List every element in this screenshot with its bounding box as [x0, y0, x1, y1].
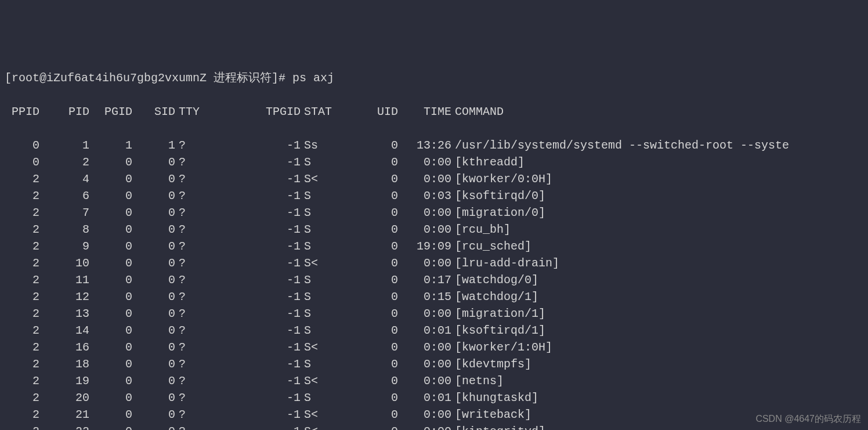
header-pgid: PGID: [89, 103, 132, 120]
cell-time: 0:00: [398, 373, 451, 389]
cell-time: 0:00: [398, 221, 451, 238]
table-row: 21100?-1S00:17[watchdog/0]: [5, 272, 863, 288]
cell-tty: ?: [175, 406, 203, 423]
cell-pid: 19: [39, 373, 89, 389]
cell-ppid: 2: [5, 356, 39, 373]
cell-ppid: 2: [5, 187, 39, 204]
cell-tty: ?: [175, 204, 203, 221]
cell-ppid: 2: [5, 255, 39, 272]
cell-sid: 0: [132, 288, 175, 305]
cell-time: 0:00: [398, 204, 451, 221]
cell-stat: S: [301, 238, 335, 255]
cell-tpgid: -1: [203, 406, 301, 423]
cell-stat: S: [301, 154, 335, 171]
cell-tpgid: -1: [203, 154, 301, 171]
cell-uid: 0: [335, 204, 398, 221]
cell-pgid: 0: [89, 154, 132, 171]
cell-pgid: 0: [89, 305, 132, 322]
cell-sid: 0: [132, 322, 175, 339]
header-tty: TTY: [175, 103, 203, 120]
cell-sid: 0: [132, 272, 175, 288]
cell-pid: 8: [39, 221, 89, 238]
cell-ppid: 2: [5, 221, 39, 238]
cell-stat: S: [301, 187, 335, 204]
table-row: 0200?-1S00:00[kthreadd]: [5, 154, 863, 171]
cell-time: 0:00: [398, 339, 451, 356]
cell-pid: 21: [39, 406, 89, 423]
cell-tty: ?: [175, 137, 203, 154]
cell-stat: S<: [301, 423, 335, 430]
cell-tty: ?: [175, 356, 203, 373]
process-list: 0111?-1Ss013:26/usr/lib/systemd/systemd …: [5, 137, 863, 430]
cell-uid: 0: [335, 187, 398, 204]
header-stat: STAT: [301, 103, 335, 120]
cell-pgid: 0: [89, 255, 132, 272]
cell-command: [lru-add-drain]: [451, 255, 559, 272]
cell-pgid: 0: [89, 272, 132, 288]
cell-pid: 1: [39, 137, 89, 154]
table-row: 0111?-1Ss013:26/usr/lib/systemd/systemd …: [5, 137, 863, 154]
cell-uid: 0: [335, 305, 398, 322]
cell-tty: ?: [175, 423, 203, 430]
cell-command: [kdevtmpfs]: [451, 356, 531, 373]
cell-time: 0:15: [398, 288, 451, 305]
cell-ppid: 2: [5, 373, 39, 389]
table-row: 2900?-1S019:09[rcu_sched]: [5, 238, 863, 255]
cell-time: 0:00: [398, 255, 451, 272]
table-row: 21000?-1S<00:00[lru-add-drain]: [5, 255, 863, 272]
cell-uid: 0: [335, 272, 398, 288]
cell-sid: 0: [132, 154, 175, 171]
cell-ppid: 2: [5, 305, 39, 322]
cell-command: [kworker/0:0H]: [451, 171, 552, 187]
cell-time: 0:01: [398, 389, 451, 406]
cell-command: [watchdog/1]: [451, 288, 538, 305]
cell-tpgid: -1: [203, 356, 301, 373]
cell-pid: 9: [39, 238, 89, 255]
cell-pgid: 0: [89, 238, 132, 255]
cell-pid: 22: [39, 423, 89, 430]
cell-tty: ?: [175, 305, 203, 322]
cell-tty: ?: [175, 389, 203, 406]
table-row: 21200?-1S00:15[watchdog/1]: [5, 288, 863, 305]
cell-command: [kthreadd]: [451, 154, 525, 171]
cell-pid: 7: [39, 204, 89, 221]
cell-time: 0:00: [398, 171, 451, 187]
cell-command: [kintegrityd]: [451, 423, 545, 430]
cell-stat: S: [301, 389, 335, 406]
cell-stat: Ss: [301, 137, 335, 154]
cell-ppid: 2: [5, 204, 39, 221]
table-row: 22200?-1S<00:00[kintegrityd]: [5, 423, 863, 430]
cell-tpgid: -1: [203, 137, 301, 154]
cell-pgid: 0: [89, 221, 132, 238]
cell-ppid: 2: [5, 288, 39, 305]
cell-tty: ?: [175, 171, 203, 187]
cell-pgid: 0: [89, 204, 132, 221]
cell-ppid: 0: [5, 154, 39, 171]
cell-ppid: 2: [5, 322, 39, 339]
cell-command: [migration/1]: [451, 305, 545, 322]
cell-command: [khungtaskd]: [451, 389, 538, 406]
cell-ppid: 0: [5, 137, 39, 154]
cell-sid: 0: [132, 187, 175, 204]
cell-tty: ?: [175, 373, 203, 389]
cell-pgid: 0: [89, 171, 132, 187]
cell-tpgid: -1: [203, 171, 301, 187]
cell-time: 0:01: [398, 322, 451, 339]
header-ppid: PPID: [5, 103, 39, 120]
cell-command: [migration/0]: [451, 204, 545, 221]
table-row: 21600?-1S<00:00[kworker/1:0H]: [5, 339, 863, 356]
cell-stat: S: [301, 221, 335, 238]
cell-uid: 0: [335, 137, 398, 154]
cell-tpgid: -1: [203, 339, 301, 356]
cell-uid: 0: [335, 255, 398, 272]
table-row: 21900?-1S<00:00[netns]: [5, 373, 863, 389]
cell-time: 0:00: [398, 406, 451, 423]
cell-pgid: 0: [89, 373, 132, 389]
watermark: CSDN @4647的码农历程: [755, 412, 861, 425]
table-row: 22000?-1S00:01[khungtaskd]: [5, 389, 863, 406]
cell-sid: 0: [132, 406, 175, 423]
cell-sid: 0: [132, 255, 175, 272]
cell-pgid: 0: [89, 423, 132, 430]
cell-tty: ?: [175, 154, 203, 171]
header-sid: SID: [132, 103, 175, 120]
